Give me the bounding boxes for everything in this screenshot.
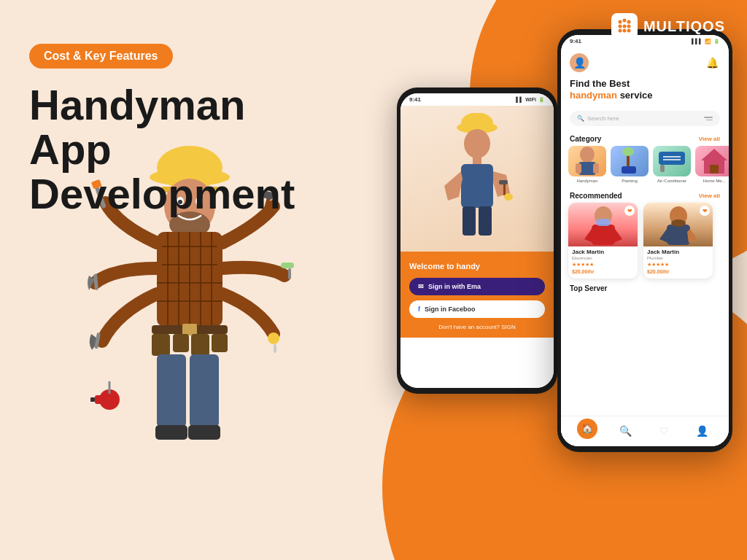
logo-area: MULTIQOS (611, 13, 725, 39)
svg-point-7 (622, 29, 626, 33)
rec-stars-2: ★★★★★ (643, 262, 713, 269)
find-text: Find the Best handyman service (570, 78, 720, 101)
back-phone-content: 9:41 ▌▌WiFi🔋 (400, 93, 554, 388)
svg-point-5 (627, 25, 630, 28)
recommended-section-header: Recommended View all (561, 187, 729, 203)
front-phone-screen: 9:41 ▌▌▌📶🔋 👤 🔔 Find the Best (561, 35, 729, 446)
category-img-home (695, 146, 729, 176)
phones-area: 9:41 ▌▌WiFi🔋 (397, 29, 732, 547)
svg-rect-44 (157, 354, 186, 427)
rec-name-2: Jack Martin (643, 246, 713, 256)
svg-point-80 (671, 219, 686, 227)
svg-rect-57 (462, 206, 476, 236)
svg-rect-69 (659, 152, 685, 165)
nav-favorites[interactable]: ♡ (654, 421, 674, 443)
find-highlight: handyman (570, 90, 617, 101)
nav-profile[interactable]: 👤 (692, 421, 713, 443)
recommended-row: ❤ Jack Martin Electrician ★★★★★ $20.00/h… (561, 203, 729, 283)
svg-rect-67 (622, 166, 636, 174)
category-card-handyman[interactable]: Handyman (568, 146, 606, 183)
home-icon: 🏠 (577, 419, 597, 439)
left-content: Cost & Key Features Handyman App Develop… (29, 44, 336, 217)
cat-label-painting: Painting (622, 179, 638, 183)
search-placeholder: Search here (587, 115, 619, 122)
rec-role-2: Plumber (643, 256, 713, 262)
svg-point-61 (504, 193, 513, 201)
svg-point-0 (618, 20, 622, 24)
category-img-handyman (568, 146, 606, 176)
category-view-all[interactable]: View all (699, 136, 720, 142)
svg-point-54 (464, 129, 490, 158)
find-service: service (620, 90, 653, 101)
rec-name-1: Jack Martin (568, 246, 638, 256)
signin-fb-btn[interactable]: f Sign in Faceboo (409, 300, 545, 318)
svg-rect-39 (182, 324, 197, 335)
find-text-line1: Find the Best (570, 78, 630, 89)
svg-rect-42 (191, 334, 209, 356)
svg-rect-58 (479, 206, 492, 236)
nav-home-label: Home (581, 440, 593, 445)
search-icon: 🔍 (577, 115, 584, 122)
svg-point-62 (580, 147, 595, 163)
welcome-title: Welcome to handy (409, 262, 545, 271)
category-card-painting[interactable]: Painting (611, 146, 649, 183)
signin-email-btn[interactable]: ✉ Sign in with Ema (409, 278, 545, 295)
logo-icon (611, 13, 638, 39)
main-title: Handyman App Development (29, 83, 336, 217)
email-icon: ✉ (418, 283, 424, 290)
back-status-icons: ▌▌WiFi🔋 (516, 97, 545, 103)
svg-rect-64 (576, 163, 581, 174)
svg-rect-40 (152, 334, 170, 356)
svg-rect-56 (461, 164, 493, 208)
rec-price-1: $20.00/hr (568, 269, 638, 274)
category-card-ac[interactable]: Air-Conditioner (653, 146, 691, 183)
svg-point-6 (618, 29, 622, 33)
rec-price-2: $20.00/hr (643, 269, 713, 274)
front-phone-content: 9:41 ▌▌▌📶🔋 👤 🔔 Find the Best (561, 35, 729, 446)
category-img-painting (611, 146, 649, 176)
hero-text-area: Find the Best handyman service (561, 75, 729, 106)
bell-icon[interactable]: 🔔 (704, 55, 720, 71)
back-status-bar: 9:41 ▌▌WiFi🔋 (400, 93, 554, 106)
rec-img-2: ❤ (643, 203, 713, 246)
svg-rect-50 (90, 397, 95, 402)
search-left: 🔍 Search here (577, 115, 619, 122)
svg-point-1 (622, 19, 626, 23)
nav-home[interactable]: 🏠 Home (577, 419, 597, 445)
rec-card-1[interactable]: ❤ Jack Martin Electrician ★★★★★ $20.00/h… (568, 203, 638, 279)
category-label: Category (570, 135, 601, 143)
nav-search[interactable]: 🔍 (616, 421, 636, 443)
filter-icon[interactable] (704, 117, 713, 120)
svg-rect-60 (499, 180, 508, 184)
no-account-link[interactable]: Don't have an account? SIGN (409, 324, 545, 330)
logo-name: MULTIQOS (643, 18, 725, 35)
category-img-ac (653, 146, 691, 176)
svg-rect-37 (274, 344, 276, 353)
rec-role-1: Electrician (568, 256, 638, 262)
svg-rect-65 (593, 163, 599, 174)
rec-card-2[interactable]: ❤ Jack Martin Plumber ★★★★★ $20.00/hr (643, 203, 713, 279)
signin-email-label: Sign in with Ema (428, 283, 481, 290)
svg-rect-45 (190, 354, 219, 427)
svg-rect-77 (596, 219, 611, 226)
svg-point-68 (622, 147, 634, 156)
search-bar[interactable]: 🔍 Search here (570, 111, 720, 126)
search-nav-icon: 🔍 (616, 421, 636, 441)
svg-point-4 (622, 25, 626, 28)
back-phone-screen: 9:41 ▌▌WiFi🔋 (400, 93, 554, 388)
badge: Cost & Key Features (29, 44, 173, 69)
title-line1: Handyman App (29, 81, 246, 173)
back-status-time: 9:41 (409, 96, 421, 103)
category-card-home[interactable]: Home Me... (695, 146, 729, 183)
svg-rect-74 (710, 165, 719, 174)
heart-nav-icon: ♡ (654, 421, 674, 441)
title-line2: Development (29, 170, 295, 217)
recommended-view-all[interactable]: View all (699, 192, 720, 199)
page-wrapper: MULTIQOS Cost & Key Features Handyman Ap… (0, 0, 747, 560)
bottom-nav: 🏠 Home 🔍 ♡ 👤 (561, 416, 729, 446)
rec-stars-1: ★★★★★ (568, 262, 638, 269)
svg-point-36 (268, 332, 279, 344)
cat-label-home: Home Me... (703, 179, 725, 183)
front-phone: 9:41 ▌▌▌📶🔋 👤 🔔 Find the Best (557, 29, 732, 452)
category-section-header: Category View all (561, 131, 729, 146)
